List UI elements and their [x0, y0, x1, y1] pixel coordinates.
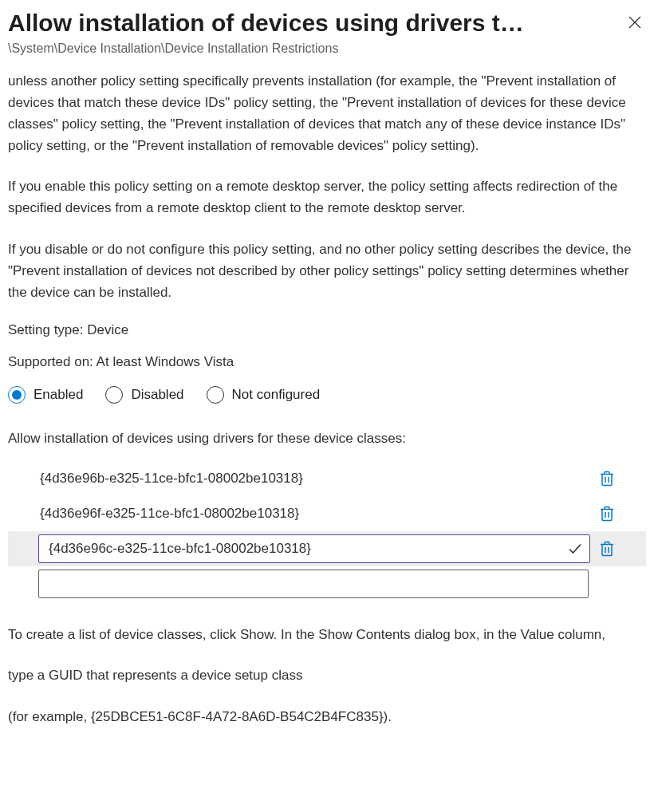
radio-enabled[interactable]: Enabled: [8, 386, 83, 404]
radio-icon: [207, 386, 224, 404]
breadcrumb: \System\Device Installation\Device Insta…: [8, 41, 646, 56]
list-item-input[interactable]: [38, 534, 590, 563]
trash-icon: [600, 471, 614, 487]
description-paragraph: unless another policy setting specifical…: [8, 70, 646, 157]
radio-label: Not configured: [232, 387, 321, 403]
setting-type-label: Setting type: Device: [8, 322, 646, 338]
radio-label: Disabled: [131, 387, 183, 403]
state-radio-group: Enabled Disabled Not configured: [8, 386, 646, 404]
delete-button[interactable]: [595, 466, 619, 491]
description-paragraph: If you disable or do not configure this …: [8, 238, 646, 304]
close-icon: [628, 16, 641, 29]
list-item-blank: [8, 566, 646, 601]
list-label: Allow installation of devices using driv…: [8, 431, 646, 447]
list-item-value: {4d36e96b-e325-11ce-bfc1-08002be10318}: [8, 471, 590, 487]
checkmark-icon[interactable]: [568, 542, 582, 556]
description-paragraph: If you enable this policy setting on a r…: [8, 175, 646, 219]
trash-icon: [600, 506, 614, 522]
close-button[interactable]: [624, 11, 646, 34]
list-item: {4d36e96f-e325-11ce-bfc1-08002be10318}: [8, 496, 646, 531]
page-title: Allow installation of devices using driv…: [8, 8, 608, 38]
list-item-input-blank[interactable]: [38, 570, 589, 598]
trash-icon: [600, 541, 614, 557]
radio-not-configured[interactable]: Not configured: [207, 386, 321, 404]
list-item-value: {4d36e96f-e325-11ce-bfc1-08002be10318}: [8, 506, 590, 522]
delete-button[interactable]: [595, 536, 619, 562]
help-paragraph: To create a list of device classes, clic…: [8, 624, 646, 645]
radio-icon: [105, 386, 123, 404]
radio-disabled[interactable]: Disabled: [105, 386, 183, 404]
supported-on-label: Supported on: At least Windows Vista: [8, 354, 646, 370]
radio-label: Enabled: [33, 387, 83, 403]
radio-icon: [8, 386, 26, 404]
device-class-list: {4d36e96b-e325-11ce-bfc1-08002be10318} {…: [8, 461, 646, 601]
help-paragraph: type a GUID that represents a device set…: [8, 664, 646, 686]
help-paragraph: (for example, {25DBCE51-6C8F-4A72-8A6D-B…: [8, 706, 646, 727]
list-item-editing: [8, 531, 646, 566]
delete-button[interactable]: [595, 501, 619, 526]
list-item: {4d36e96b-e325-11ce-bfc1-08002be10318}: [8, 461, 646, 496]
